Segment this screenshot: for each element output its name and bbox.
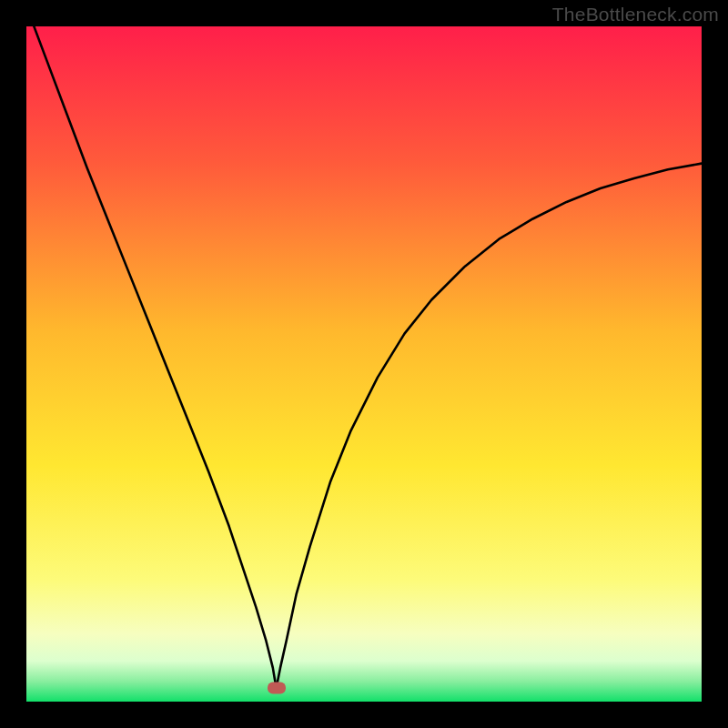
- minimum-marker: [268, 682, 286, 694]
- bottleneck-curve: [26, 26, 702, 702]
- watermark-text: TheBottleneck.com: [552, 4, 719, 25]
- chart-frame: TheBottleneck.com: [0, 0, 728, 728]
